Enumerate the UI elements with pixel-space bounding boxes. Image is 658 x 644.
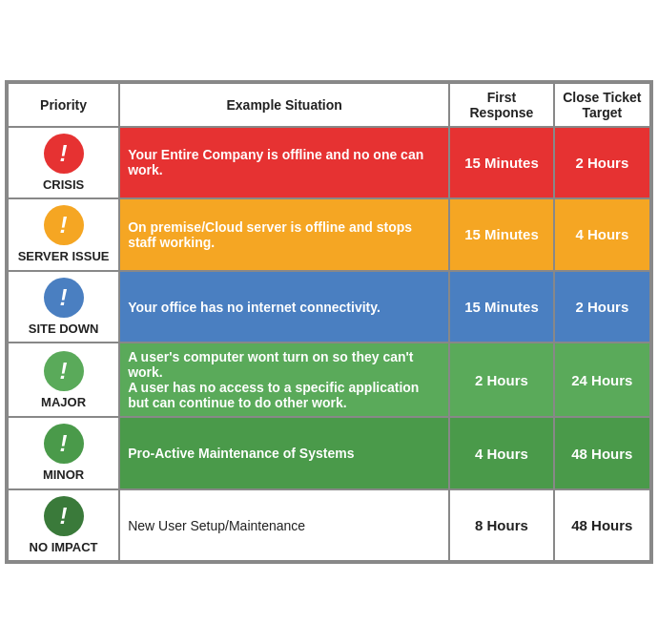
close-target-crisis: 2 Hours — [554, 127, 650, 199]
sla-table: Priority Example Situation First Respons… — [5, 80, 653, 565]
priority-cell-server: !SERVER ISSUE — [8, 198, 119, 271]
priority-icon-server: ! — [44, 205, 84, 245]
first-response-server: 15 Minutes — [449, 198, 554, 271]
header-close-target: Close Ticket Target — [554, 83, 650, 127]
exclamation-mark: ! — [60, 140, 68, 167]
priority-icon-noimpact: ! — [44, 496, 84, 536]
priority-label-crisis: CRISIS — [16, 177, 111, 193]
example-cell-site: Your office has no internet connectivity… — [119, 271, 449, 343]
priority-cell-crisis: !CRISIS — [8, 127, 119, 199]
first-response-site: 15 Minutes — [449, 271, 554, 343]
priority-icon-major: ! — [44, 351, 84, 391]
table-row: !MAJORA user's computer wont turn on so … — [8, 343, 650, 417]
priority-label-site: SITE DOWN — [16, 322, 111, 337]
first-response-minor: 4 Hours — [449, 417, 554, 489]
priority-icon-site: ! — [44, 278, 84, 318]
close-target-server: 4 Hours — [554, 198, 650, 271]
header-example: Example Situation — [119, 83, 449, 127]
example-cell-noimpact: New User Setup/Maintenance — [119, 489, 449, 562]
table-row: !SITE DOWNYour office has no internet co… — [8, 271, 650, 343]
exclamation-mark: ! — [60, 503, 68, 530]
close-target-minor: 48 Hours — [554, 417, 650, 489]
priority-label-noimpact: NO IMPACT — [16, 540, 111, 555]
example-cell-major: A user's computer wont turn on so they c… — [119, 343, 449, 417]
table-row: !NO IMPACTNew User Setup/Maintenance8 Ho… — [8, 489, 650, 562]
priority-label-minor: MINOR — [16, 467, 111, 483]
table-row: !SERVER ISSUEOn premise/Cloud server is … — [8, 198, 650, 271]
table-row: !CRISISYour Entire Company is offline an… — [8, 127, 650, 199]
priority-label-major: MAJOR — [16, 395, 111, 410]
exclamation-mark: ! — [60, 430, 68, 457]
example-cell-server: On premise/Cloud server is offline and s… — [119, 198, 449, 271]
priority-label-server: SERVER ISSUE — [16, 249, 111, 264]
priority-cell-major: !MAJOR — [8, 343, 119, 417]
priority-icon-crisis: ! — [44, 134, 84, 174]
table-row: !MINORPro-Active Maintenance of Systems4… — [8, 417, 650, 489]
close-target-major: 24 Hours — [554, 343, 650, 417]
exclamation-mark: ! — [60, 212, 68, 239]
example-cell-crisis: Your Entire Company is offline and no on… — [119, 127, 449, 199]
first-response-major: 2 Hours — [449, 343, 554, 417]
close-target-noimpact: 48 Hours — [554, 489, 650, 562]
first-response-noimpact: 8 Hours — [449, 489, 554, 562]
header-first-response: First Response — [449, 83, 554, 127]
exclamation-mark: ! — [60, 284, 68, 311]
example-cell-minor: Pro-Active Maintenance of Systems — [119, 417, 449, 489]
header-priority: Priority — [8, 83, 119, 127]
close-target-site: 2 Hours — [554, 271, 650, 343]
priority-cell-noimpact: !NO IMPACT — [8, 489, 119, 562]
exclamation-mark: ! — [60, 358, 68, 384]
priority-icon-minor: ! — [44, 424, 84, 464]
priority-cell-minor: !MINOR — [8, 417, 119, 489]
priority-cell-site: !SITE DOWN — [8, 271, 119, 343]
first-response-crisis: 15 Minutes — [449, 127, 554, 199]
